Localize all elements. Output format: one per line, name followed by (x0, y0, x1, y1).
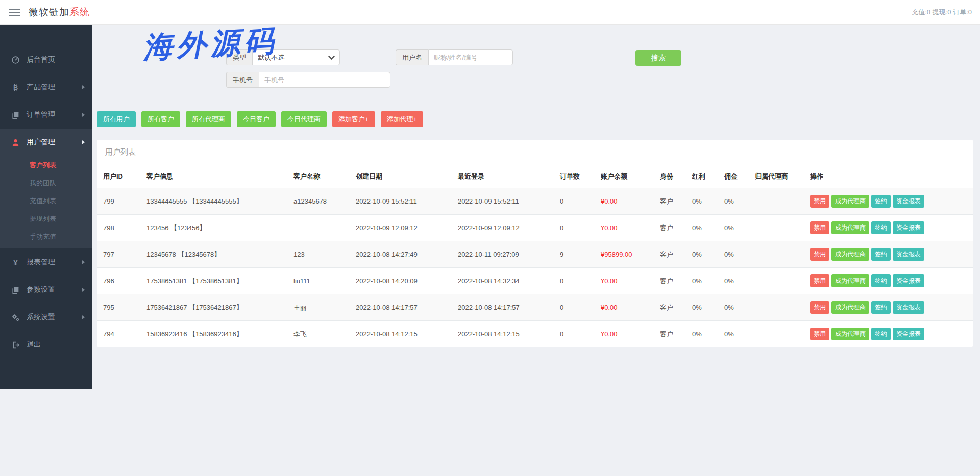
cell-balance: ¥0.00 (595, 294, 654, 321)
become-agent-button[interactable]: 成为代理商 (831, 301, 869, 314)
username-input[interactable] (428, 49, 513, 65)
fund-report-button[interactable]: 资金报表 (893, 221, 924, 234)
fund-report-button[interactable]: 资金报表 (893, 301, 924, 314)
cell-info: 15836923416 【15836923416】 (140, 321, 287, 347)
svg-text:B: B (13, 84, 18, 91)
today-agents-button[interactable]: 今日代理商 (281, 111, 327, 127)
cell-commission: 0% (718, 241, 749, 268)
become-agent-button[interactable]: 成为代理商 (831, 195, 869, 208)
disable-button[interactable]: 禁用 (810, 301, 829, 314)
sidebar-subitem-customer-list[interactable]: 客户列表 (0, 156, 92, 174)
sign-button[interactable]: 签约 (871, 195, 891, 208)
chevron-right-icon (82, 85, 85, 89)
filter-toolbar: 所有用户所有客户所有代理商今日客户今日代理商添加客户+添加代理+ (97, 111, 980, 127)
user-icon (11, 138, 20, 147)
user-table: 用户ID客户信息客户名称创建日期最近登录订单数账户余额身份红利佣金归属代理商操作… (97, 165, 973, 347)
disable-button[interactable]: 禁用 (810, 274, 829, 287)
fund-report-button[interactable]: 资金报表 (893, 248, 924, 261)
chevron-right-icon (82, 140, 85, 144)
add-customer-button[interactable]: 添加客户+ (332, 111, 375, 127)
cell-bonus: 0% (686, 268, 718, 294)
cell-balance: ¥0.00 (595, 321, 654, 347)
sidebar-item-user-management[interactable]: 用户管理 (0, 129, 92, 156)
username-label: 用户名 (396, 49, 428, 65)
cell-info: 123456 【123456】 (140, 215, 287, 241)
chevron-right-icon (82, 113, 85, 117)
search-button[interactable]: 搜索 (635, 50, 681, 66)
type-select-group: 类型 默认不选 (226, 49, 340, 65)
yen-icon: ¥ (11, 258, 20, 267)
disable-button[interactable]: 禁用 (810, 195, 829, 208)
sidebar-item-dashboard[interactable]: 后台首页 (0, 46, 92, 73)
today-customers-button[interactable]: 今日客户 (237, 111, 276, 127)
cell-balance: ¥0.00 (595, 215, 654, 241)
sign-button[interactable]: 签约 (871, 274, 891, 287)
cell-created: 2022-10-08 14:12:15 (350, 321, 452, 347)
cell-agent (749, 215, 804, 241)
fund-report-button[interactable]: 资金报表 (893, 328, 924, 340)
menu-toggle-icon[interactable] (9, 7, 20, 18)
become-agent-button[interactable]: 成为代理商 (831, 274, 869, 287)
sign-button[interactable]: 签约 (871, 328, 891, 340)
sidebar-item-system-settings[interactable]: 系统设置 (0, 304, 92, 331)
phone-label: 手机号 (226, 72, 259, 88)
sidebar-item-label: 后台首页 (27, 55, 55, 64)
sidebar-subitem-recharge-list[interactable]: 充值列表 (0, 192, 92, 210)
disable-button[interactable]: 禁用 (810, 221, 829, 234)
disable-button[interactable]: 禁用 (810, 248, 829, 261)
become-agent-button[interactable]: 成为代理商 (831, 328, 869, 340)
column-header: 客户名称 (287, 165, 350, 188)
cell-orders: 9 (554, 241, 595, 268)
phone-field-group: 手机号 (226, 72, 390, 88)
svg-text:¥: ¥ (13, 258, 18, 266)
add-agent-button[interactable]: 添加代理+ (381, 111, 424, 127)
cell-agent (749, 268, 804, 294)
cell-name (287, 215, 350, 241)
cell-role: 客户 (654, 241, 686, 268)
sign-button[interactable]: 签约 (871, 248, 891, 261)
header-stats: 充值:0 提现:0 订单:0 (912, 8, 972, 17)
cell-login: 2022-10-08 14:12:15 (452, 321, 554, 347)
cell-balance: ¥0.00 (595, 268, 654, 294)
username-field-group: 用户名 (396, 49, 513, 65)
sign-button[interactable]: 签约 (871, 221, 891, 234)
disable-button[interactable]: 禁用 (810, 328, 829, 340)
sidebar-subitem-manual-recharge[interactable]: 手动充值 (0, 228, 92, 245)
copy-icon (11, 111, 20, 119)
sidebar-item-product-management[interactable]: B产品管理 (0, 73, 92, 101)
cell-bonus: 0% (686, 321, 718, 347)
cell-commission: 0% (718, 215, 749, 241)
cell-role: 客户 (654, 215, 686, 241)
sidebar-item-label: 系统设置 (27, 313, 55, 322)
all-agents-button[interactable]: 所有代理商 (186, 111, 231, 127)
cell-login: 2022-10-09 15:52:11 (452, 188, 554, 215)
sidebar-item-parameter-settings[interactable]: 参数设置 (0, 276, 92, 304)
chevron-right-icon (82, 288, 85, 292)
sidebar-subitem-withdraw-list[interactable]: 提现列表 (0, 210, 92, 228)
fund-report-button[interactable]: 资金报表 (893, 195, 924, 208)
sign-button[interactable]: 签约 (871, 301, 891, 314)
type-label: 类型 (226, 49, 252, 65)
cell-agent (749, 241, 804, 268)
cell-agent (749, 294, 804, 321)
cell-info: 17538651381 【17538651381】 (140, 268, 287, 294)
sidebar-subitem-my-team[interactable]: 我的团队 (0, 174, 92, 192)
phone-input[interactable] (259, 72, 390, 88)
cell-orders: 0 (554, 294, 595, 321)
type-select[interactable]: 默认不选 (252, 49, 340, 65)
sidebar-item-order-management[interactable]: 订单管理 (0, 101, 92, 129)
all-users-button[interactable]: 所有用户 (97, 111, 136, 127)
cell-orders: 0 (554, 268, 595, 294)
become-agent-button[interactable]: 成为代理商 (831, 248, 869, 261)
sidebar-item-logout[interactable]: 退出 (0, 331, 92, 359)
cell-bonus: 0% (686, 241, 718, 268)
cell-created: 2022-10-08 14:27:49 (350, 241, 452, 268)
cell-role: 客户 (654, 188, 686, 215)
fund-report-button[interactable]: 资金报表 (893, 274, 924, 287)
sidebar-item-report-management[interactable]: ¥报表管理 (0, 248, 92, 276)
all-customers-button[interactable]: 所有客户 (141, 111, 180, 127)
bitcoin-icon: B (11, 83, 20, 92)
cell-bonus: 0% (686, 294, 718, 321)
become-agent-button[interactable]: 成为代理商 (831, 221, 869, 234)
cell-bonus: 0% (686, 188, 718, 215)
